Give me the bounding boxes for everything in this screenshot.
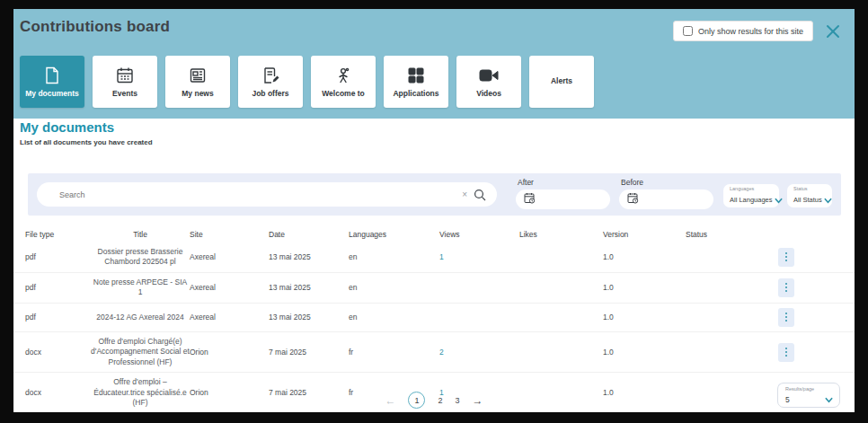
chevron-down-icon [824, 192, 832, 208]
tab-my-documents[interactable]: My documents [20, 56, 84, 108]
cell-site: Orion [190, 348, 269, 357]
cell-languages: en [349, 283, 439, 292]
site-filter-toggle[interactable]: Only show results for this site [673, 21, 813, 41]
section-subtitle: List of all documents you have created [20, 138, 153, 146]
status-dropdown-value: All Status [793, 196, 822, 204]
cell-file-type: docx [25, 348, 91, 357]
tab-my-news[interactable]: My news [165, 56, 230, 108]
tab-label: Alerts [551, 77, 572, 85]
column-header-date: Date [269, 230, 349, 239]
column-header-likes: Likes [519, 230, 603, 239]
chevron-down-icon [775, 192, 783, 208]
cell-site: Axereal [190, 252, 269, 261]
after-date-filter: After [516, 178, 610, 209]
tab-label: My news [182, 90, 213, 98]
filter-bar: × After [28, 173, 841, 216]
tab-alerts[interactable]: Alerts [529, 56, 594, 108]
site-filter-checkbox[interactable] [683, 26, 693, 36]
cell-date: 7 mai 2025 [269, 348, 349, 357]
cell-languages: en [349, 252, 439, 261]
job-offer-icon [261, 66, 279, 85]
cell-file-type: pdf [25, 252, 91, 261]
pagination-page-2[interactable]: 2 [438, 396, 442, 405]
results-per-page-dropdown[interactable]: Results/page 5 [777, 383, 840, 408]
search-clear-icon[interactable]: × [456, 189, 474, 199]
cell-version: 1.0 [603, 348, 686, 357]
cell-version: 1.0 [603, 283, 686, 292]
cell-title: Note presse ARPEGE - SIA 1 [91, 278, 190, 298]
column-header-status: Status [686, 230, 773, 239]
table-row: pdf Dossier presse Brasserie Chambord 20… [13, 242, 855, 273]
tab-events[interactable]: Events [93, 56, 157, 108]
news-icon [189, 66, 207, 85]
column-header-file-type: File type [25, 230, 91, 239]
calendar-clock-icon [524, 191, 536, 207]
cell-file-type: pdf [25, 313, 91, 322]
cell-views: 2 [439, 348, 519, 357]
tab-label: Applications [393, 90, 438, 98]
section-title: My documents [20, 119, 114, 135]
contributions-board-page: Contributions board Only show results fo… [13, 9, 855, 412]
before-date-input[interactable] [619, 189, 713, 209]
tab-label: Videos [476, 90, 501, 98]
languages-dropdown[interactable]: Languages All Languages [723, 184, 779, 207]
row-menu-icon[interactable] [778, 308, 794, 327]
row-menu-icon[interactable] [778, 278, 794, 297]
row-menu-icon[interactable] [778, 343, 794, 362]
column-header-title: Title [91, 230, 190, 239]
column-header-version: Version [603, 230, 686, 239]
calendar-icon [116, 66, 134, 85]
tab-welcome-to[interactable]: Welcome to [311, 56, 376, 108]
pagination-prev-icon[interactable]: ← [385, 394, 395, 407]
documents-table: pdf Dossier presse Brasserie Chambord 20… [13, 242, 855, 412]
column-header-languages: Languages [349, 230, 439, 239]
tab-label: My documents [25, 90, 79, 98]
cell-title: Offre d'emploi Chargé(e) d'Accompagnemen… [91, 337, 190, 367]
close-icon[interactable] [824, 22, 842, 40]
chevron-down-icon [825, 392, 833, 408]
before-label: Before [621, 178, 713, 187]
cell-site: Axereal [190, 313, 269, 322]
cell-title: Dossier presse Brasserie Chambord 202504… [91, 247, 190, 268]
tab-label: Events [112, 90, 137, 98]
languages-dropdown-value: All Languages [730, 196, 773, 204]
pagination: ← 1 2 3 → [13, 392, 855, 409]
column-header-site: Site [190, 230, 269, 239]
cell-title: 2024-12 AG Axereal 2024 [91, 313, 190, 322]
row-menu-icon[interactable] [778, 248, 794, 267]
search-input[interactable] [37, 190, 456, 199]
cell-languages: en [349, 313, 439, 322]
search-icon[interactable] [474, 189, 497, 201]
cell-file-type: pdf [25, 283, 91, 292]
table-row: pdf Note presse ARPEGE - SIA 1 Axereal 1… [13, 273, 855, 304]
video-camera-icon [479, 66, 499, 85]
person-icon [334, 66, 352, 85]
table-row: docx Offre d'emploi Chargé(e) d'Accompag… [13, 332, 855, 373]
tab-label: Welcome to [322, 90, 365, 98]
pagination-next-icon[interactable]: → [473, 394, 483, 407]
page-title: Contributions board [20, 18, 170, 36]
search-box: × [37, 182, 497, 207]
after-label: After [518, 178, 610, 187]
results-per-page-value: 5 [785, 395, 790, 404]
pagination-page-1[interactable]: 1 [408, 392, 425, 409]
table-header-row: File type Title Site Date Languages View… [13, 230, 855, 239]
tab-job-offers[interactable]: Job offers [238, 56, 303, 108]
cell-views: 1 [439, 252, 519, 261]
column-header-views: Views [439, 230, 519, 239]
tab-applications[interactable]: Applications [384, 56, 448, 108]
pagination-page-3[interactable]: 3 [456, 396, 460, 405]
document-icon [44, 66, 60, 85]
status-dropdown[interactable]: Status All Status [787, 184, 832, 207]
cell-date: 13 mai 2025 [269, 283, 349, 292]
screenshot-frame: Contributions board Only show results fo… [0, 0, 868, 423]
site-filter-label: Only show results for this site [698, 27, 803, 36]
cell-version: 1.0 [603, 252, 686, 261]
cell-date: 13 mai 2025 [269, 313, 349, 322]
after-date-input[interactable] [516, 189, 610, 209]
grid-icon [408, 66, 424, 85]
cell-date: 13 mai 2025 [269, 252, 349, 261]
header-band: Contributions board Only show results fo… [13, 9, 855, 119]
tab-videos[interactable]: Videos [456, 56, 521, 108]
before-date-filter: Before [619, 178, 713, 209]
